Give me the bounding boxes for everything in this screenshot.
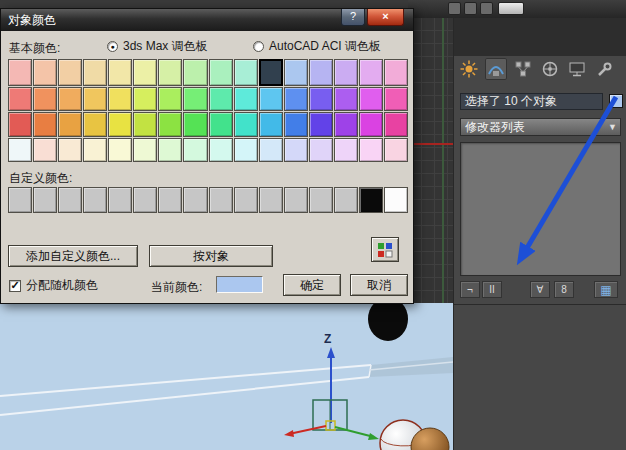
basic-color-swatch[interactable] bbox=[183, 112, 207, 137]
basic-color-swatch[interactable] bbox=[33, 59, 57, 86]
modifier-stack[interactable] bbox=[460, 142, 621, 276]
pin-stack-button[interactable]: ¬ bbox=[460, 281, 480, 298]
basic-color-swatch[interactable] bbox=[384, 59, 408, 86]
basic-color-swatch[interactable] bbox=[359, 112, 383, 137]
custom-color-swatch[interactable] bbox=[8, 187, 32, 213]
basic-color-swatch[interactable] bbox=[384, 138, 408, 163]
basic-color-swatch[interactable] bbox=[108, 59, 132, 86]
custom-color-swatch[interactable] bbox=[384, 187, 408, 213]
cancel-button[interactable]: 取消 bbox=[350, 274, 408, 296]
custom-color-swatch[interactable] bbox=[83, 187, 107, 213]
basic-color-swatch[interactable] bbox=[234, 59, 258, 86]
remove-modifier-button[interactable]: 8 bbox=[554, 281, 574, 298]
tab-motion[interactable] bbox=[539, 58, 561, 80]
basic-color-swatch[interactable] bbox=[284, 112, 308, 137]
by-object-button[interactable]: 按对象 bbox=[149, 245, 273, 267]
add-custom-colors-button[interactable]: 添加自定义颜色... bbox=[8, 245, 138, 267]
basic-color-swatch[interactable] bbox=[359, 59, 383, 86]
basic-color-swatch[interactable] bbox=[108, 112, 132, 137]
current-color-swatch[interactable] bbox=[216, 276, 263, 293]
basic-color-swatch[interactable] bbox=[334, 87, 358, 112]
custom-color-swatch[interactable] bbox=[133, 187, 157, 213]
custom-color-swatch[interactable] bbox=[284, 187, 308, 213]
basic-color-swatch[interactable] bbox=[259, 87, 283, 112]
basic-color-swatch[interactable] bbox=[259, 112, 283, 137]
tab-create[interactable] bbox=[458, 58, 480, 80]
selection-status-field[interactable]: 选择了 10 个对象 bbox=[460, 93, 603, 110]
custom-color-swatch[interactable] bbox=[158, 187, 182, 213]
basic-color-swatch[interactable] bbox=[334, 59, 358, 86]
basic-color-swatch[interactable] bbox=[133, 87, 157, 112]
custom-color-swatch[interactable] bbox=[234, 187, 258, 213]
object-color-swatch[interactable] bbox=[609, 94, 623, 108]
custom-color-swatch[interactable] bbox=[58, 187, 82, 213]
modifier-list-dropdown[interactable]: 修改器列表 ▼ bbox=[460, 118, 621, 136]
basic-color-swatch[interactable] bbox=[83, 59, 107, 86]
basic-color-swatch[interactable] bbox=[309, 112, 333, 137]
basic-color-swatch[interactable] bbox=[209, 59, 233, 86]
toolbar-icon-1[interactable] bbox=[448, 2, 461, 15]
select-by-color-button[interactable] bbox=[371, 237, 399, 262]
basic-color-swatch[interactable] bbox=[58, 138, 82, 163]
basic-color-swatch[interactable] bbox=[234, 87, 258, 112]
basic-color-swatch[interactable] bbox=[359, 87, 383, 112]
tab-modify[interactable] bbox=[485, 58, 507, 80]
basic-color-swatch[interactable] bbox=[259, 138, 283, 163]
basic-color-swatch[interactable] bbox=[83, 138, 107, 163]
basic-color-swatch[interactable] bbox=[183, 87, 207, 112]
basic-color-swatch[interactable] bbox=[33, 112, 57, 137]
basic-color-swatch[interactable] bbox=[359, 138, 383, 163]
basic-color-swatch[interactable] bbox=[58, 112, 82, 137]
basic-color-swatch[interactable] bbox=[158, 112, 182, 137]
toolbar-icon-4[interactable] bbox=[498, 2, 524, 15]
basic-color-swatch[interactable] bbox=[33, 138, 57, 163]
tab-hierarchy[interactable] bbox=[512, 58, 534, 80]
toolbar-icon-3[interactable] bbox=[480, 2, 493, 15]
basic-color-swatch[interactable] bbox=[158, 87, 182, 112]
tab-display[interactable] bbox=[566, 58, 588, 80]
basic-color-swatch[interactable] bbox=[183, 59, 207, 86]
configure-modifier-sets-button[interactable]: ▦ bbox=[594, 281, 618, 298]
basic-color-swatch[interactable] bbox=[83, 112, 107, 137]
basic-color-swatch[interactable] bbox=[8, 138, 32, 163]
custom-color-swatch[interactable] bbox=[33, 187, 57, 213]
basic-color-swatch[interactable] bbox=[334, 112, 358, 137]
custom-color-swatch[interactable] bbox=[209, 187, 233, 213]
basic-color-swatch[interactable] bbox=[8, 112, 32, 137]
make-unique-button[interactable]: ∀ bbox=[530, 281, 550, 298]
show-end-result-button[interactable]: II bbox=[482, 281, 502, 298]
ok-button[interactable]: 确定 bbox=[283, 274, 341, 296]
basic-color-swatch[interactable] bbox=[108, 138, 132, 163]
basic-color-swatch[interactable] bbox=[8, 87, 32, 112]
basic-color-swatch[interactable] bbox=[183, 138, 207, 163]
basic-color-swatch[interactable] bbox=[209, 112, 233, 137]
basic-color-swatch[interactable] bbox=[259, 59, 283, 86]
basic-color-swatch[interactable] bbox=[58, 87, 82, 112]
basic-color-swatch[interactable] bbox=[234, 112, 258, 137]
basic-color-swatch[interactable] bbox=[384, 112, 408, 137]
basic-color-swatch[interactable] bbox=[209, 138, 233, 163]
perspective-viewport[interactable]: Z bbox=[0, 303, 453, 450]
top-viewport[interactable] bbox=[408, 18, 454, 304]
radio-autocad-palette[interactable]: AutoCAD ACI 调色板 bbox=[253, 38, 381, 55]
basic-color-swatch[interactable] bbox=[384, 87, 408, 112]
basic-color-swatch[interactable] bbox=[58, 59, 82, 86]
custom-color-swatch[interactable] bbox=[334, 187, 358, 213]
basic-color-swatch[interactable] bbox=[309, 87, 333, 112]
dialog-titlebar[interactable]: 对象颜色 ? × bbox=[1, 9, 413, 31]
custom-color-swatch[interactable] bbox=[359, 187, 383, 213]
basic-color-swatch[interactable] bbox=[309, 138, 333, 163]
basic-color-swatch[interactable] bbox=[158, 138, 182, 163]
toolbar-icon-2[interactable] bbox=[464, 2, 477, 15]
custom-color-swatch[interactable] bbox=[309, 187, 333, 213]
basic-color-swatch[interactable] bbox=[209, 87, 233, 112]
basic-color-swatch[interactable] bbox=[83, 87, 107, 112]
tab-utilities[interactable] bbox=[593, 58, 615, 80]
custom-color-swatch[interactable] bbox=[183, 187, 207, 213]
assign-random-checkbox[interactable]: ✓ 分配随机颜色 bbox=[9, 277, 98, 294]
radio-3dsmax-palette[interactable]: ● 3ds Max 调色板 bbox=[107, 38, 208, 55]
basic-color-swatch[interactable] bbox=[334, 138, 358, 163]
basic-color-swatch[interactable] bbox=[284, 59, 308, 86]
basic-color-swatch[interactable] bbox=[133, 59, 157, 86]
custom-color-swatch[interactable] bbox=[108, 187, 132, 213]
